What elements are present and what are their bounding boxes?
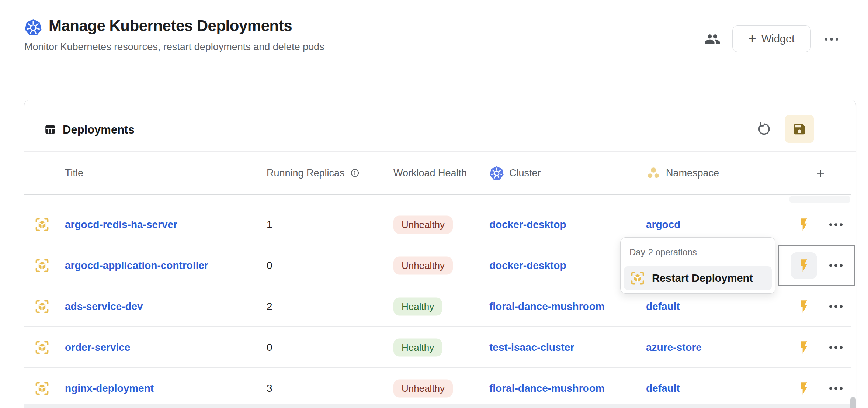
quick-action-bolt-button[interactable] bbox=[791, 252, 817, 279]
kubernetes-cluster-icon bbox=[489, 166, 504, 180]
lightning-bolt-icon bbox=[796, 381, 811, 396]
deployment-title-link[interactable]: ads-service-dev bbox=[65, 301, 143, 312]
health-badge: Unhealthy bbox=[393, 215, 453, 234]
column-running-replicas-label: Running Replicas bbox=[267, 167, 345, 179]
restart-deployment-menu-item[interactable]: Restart Deployment bbox=[624, 266, 772, 290]
column-title[interactable]: Title bbox=[65, 167, 83, 179]
health-badge: Unhealthy bbox=[393, 379, 453, 397]
quick-action-bolt-button[interactable] bbox=[791, 211, 817, 238]
cluster-link[interactable]: floral-dance-mushroom bbox=[489, 383, 605, 394]
health-badge: Unhealthy bbox=[393, 256, 453, 274]
column-workload-health[interactable]: Workload Health bbox=[393, 167, 467, 179]
deployment-title-link[interactable]: argocd-redis-ha-server bbox=[65, 219, 177, 231]
cluster-link[interactable]: test-isaac-cluster bbox=[489, 342, 574, 353]
replicas-value: 3 bbox=[267, 383, 272, 394]
row-menu-button[interactable] bbox=[825, 387, 847, 390]
horizontal-scrollbar-track[interactable] bbox=[24, 404, 851, 408]
column-cluster-label: Cluster bbox=[509, 167, 541, 179]
cluster-link[interactable]: floral-dance-mushroom bbox=[489, 301, 605, 312]
app-screen: Manage Kubernetes Deployments Monitor Ku… bbox=[0, 0, 868, 408]
column-running-replicas[interactable]: Running Replicas bbox=[267, 167, 360, 179]
page-menu-button[interactable] bbox=[823, 35, 840, 43]
namespace-icon bbox=[646, 166, 661, 180]
card-title: Deployments bbox=[63, 123, 135, 136]
popup-group-label: Day-2 operations bbox=[629, 247, 697, 257]
deployment-icon bbox=[35, 381, 49, 395]
column-cluster[interactable]: Cluster bbox=[489, 166, 541, 180]
vertical-scrollbar-thumb[interactable] bbox=[850, 397, 856, 408]
column-namespace-label: Namespace bbox=[666, 167, 719, 179]
row-menu-button[interactable] bbox=[825, 264, 847, 267]
quick-action-bolt-button[interactable] bbox=[791, 293, 817, 320]
deployment-icon bbox=[35, 340, 49, 355]
deployment-title-link[interactable]: nginx-deployment bbox=[65, 383, 154, 394]
table-row: nginx-deployment 3 Unhealthy floral-danc… bbox=[24, 368, 851, 408]
plus-icon: + bbox=[749, 32, 756, 45]
row-menu-button[interactable] bbox=[825, 305, 847, 308]
deployment-icon bbox=[35, 300, 49, 314]
health-badge: Healthy bbox=[393, 297, 442, 315]
day2-operations-popup: Day-2 operations Restart Deployment bbox=[620, 237, 775, 294]
replicas-value: 0 bbox=[267, 260, 272, 272]
widget-button-label: Widget bbox=[761, 33, 795, 45]
namespace-link[interactable]: default bbox=[646, 383, 680, 394]
info-icon[interactable] bbox=[350, 168, 360, 178]
page-title: Manage Kubernetes Deployments bbox=[49, 17, 292, 35]
cluster-link[interactable]: docker-desktop bbox=[489, 219, 566, 231]
deployment-title-link[interactable]: order-service bbox=[65, 342, 130, 353]
row-menu-button[interactable] bbox=[825, 223, 847, 226]
namespace-link[interactable]: default bbox=[646, 301, 680, 312]
lightning-bolt-icon bbox=[796, 340, 811, 355]
column-namespace[interactable]: Namespace bbox=[646, 166, 719, 180]
replicas-value: 1 bbox=[267, 219, 272, 231]
deployment-icon bbox=[35, 218, 49, 232]
table-row: order-service 0 Healthy test-isaac-clust… bbox=[24, 327, 851, 368]
replicas-value: 0 bbox=[267, 342, 272, 353]
table-header-row: Title Running Replicas Workload Health C… bbox=[24, 152, 851, 195]
quick-action-bolt-button[interactable] bbox=[791, 375, 817, 402]
lightning-bolt-icon bbox=[796, 258, 811, 273]
table-row-partial bbox=[24, 195, 851, 204]
namespace-link[interactable]: azure-store bbox=[646, 342, 702, 353]
deployment-icon bbox=[631, 271, 645, 285]
health-badge: Healthy bbox=[393, 338, 442, 356]
people-icon[interactable] bbox=[704, 31, 721, 47]
save-icon bbox=[792, 122, 806, 136]
page-subtitle: Monitor Kubernetes resources, restart de… bbox=[24, 41, 324, 53]
partial-row-action-ghost bbox=[789, 196, 850, 203]
kubernetes-logo-icon bbox=[24, 18, 42, 36]
cluster-link[interactable]: docker-desktop bbox=[489, 260, 566, 272]
replicas-value: 2 bbox=[267, 301, 272, 312]
deployment-title-link[interactable]: argocd-application-controller bbox=[65, 260, 208, 272]
save-button[interactable] bbox=[785, 115, 814, 143]
lightning-bolt-icon bbox=[796, 217, 811, 232]
table-icon bbox=[44, 123, 56, 136]
card-header: Deployments bbox=[24, 100, 856, 152]
undo-icon[interactable] bbox=[757, 121, 771, 136]
quick-action-bolt-button[interactable] bbox=[791, 334, 817, 361]
row-menu-button[interactable] bbox=[825, 346, 847, 349]
add-widget-button[interactable]: + Widget bbox=[732, 25, 811, 52]
restart-deployment-label: Restart Deployment bbox=[652, 272, 753, 284]
actions-column-divider bbox=[788, 152, 788, 408]
lightning-bolt-icon bbox=[796, 299, 811, 314]
add-column-button[interactable]: + bbox=[813, 165, 828, 181]
deployment-icon bbox=[35, 259, 49, 273]
namespace-link[interactable]: argocd bbox=[646, 219, 680, 231]
